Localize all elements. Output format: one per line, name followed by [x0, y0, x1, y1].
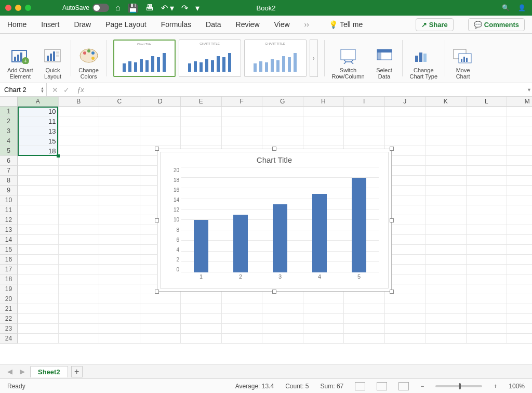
cell[interactable]: [507, 304, 532, 314]
cell[interactable]: [467, 166, 508, 176]
row-header[interactable]: 6: [0, 156, 18, 166]
row-header[interactable]: 20: [0, 294, 18, 304]
cell[interactable]: [99, 255, 140, 265]
tell-me-search[interactable]: 💡 Tell me: [329, 20, 363, 29]
cell[interactable]: [507, 176, 532, 186]
cell[interactable]: [507, 146, 532, 156]
cell[interactable]: [507, 314, 532, 324]
cell[interactable]: [344, 294, 385, 304]
cell[interactable]: [99, 304, 140, 314]
cell[interactable]: [140, 314, 181, 324]
cell[interactable]: [425, 166, 467, 176]
account-icon[interactable]: 👤: [518, 4, 526, 11]
column-header[interactable]: K: [425, 97, 467, 107]
cell[interactable]: [59, 265, 100, 274]
cell[interactable]: [467, 334, 508, 344]
cell[interactable]: [262, 304, 303, 314]
cell[interactable]: [344, 107, 385, 116]
cell[interactable]: [59, 215, 100, 225]
cell[interactable]: [467, 324, 508, 334]
row-header[interactable]: 11: [0, 205, 18, 215]
cell[interactable]: [344, 304, 385, 314]
cell[interactable]: [181, 126, 222, 136]
cell[interactable]: [385, 107, 426, 116]
cell[interactable]: [59, 284, 100, 294]
row-header[interactable]: 23: [0, 324, 18, 334]
cell[interactable]: [18, 176, 59, 186]
view-page-break-button[interactable]: [398, 382, 409, 390]
cell[interactable]: [425, 156, 467, 166]
formula-input[interactable]: [89, 83, 526, 96]
cell[interactable]: [59, 146, 100, 156]
cell[interactable]: [385, 136, 426, 146]
cell[interactable]: [344, 116, 385, 126]
chart-bar[interactable]: [273, 204, 287, 272]
row-header[interactable]: 16: [0, 255, 18, 265]
sheet-nav-prev[interactable]: ◀: [5, 368, 15, 375]
cell[interactable]: [59, 126, 100, 136]
cell[interactable]: [385, 294, 426, 304]
cell[interactable]: [99, 215, 140, 225]
cell[interactable]: [507, 116, 532, 126]
cell[interactable]: [467, 245, 508, 255]
cell[interactable]: [99, 235, 140, 245]
cell[interactable]: [222, 126, 263, 136]
cell[interactable]: [303, 334, 344, 344]
formula-expand-icon[interactable]: ▼: [526, 87, 532, 93]
cell[interactable]: [467, 195, 508, 205]
cell[interactable]: [222, 136, 263, 146]
row-header[interactable]: 21: [0, 304, 18, 314]
cell[interactable]: [140, 334, 181, 344]
tab-draw[interactable]: Draw: [74, 20, 91, 29]
column-header[interactable]: B: [59, 97, 100, 107]
cell[interactable]: [59, 255, 100, 265]
redo-icon[interactable]: ↷: [181, 3, 188, 13]
name-box[interactable]: Chart 2 ▲▼: [0, 83, 47, 96]
cell[interactable]: [99, 294, 140, 304]
cell[interactable]: [425, 176, 467, 186]
cell[interactable]: [344, 314, 385, 324]
cell[interactable]: [59, 274, 100, 284]
cell[interactable]: [262, 314, 303, 324]
cell[interactable]: [507, 294, 532, 304]
row-header[interactable]: 10: [0, 195, 18, 205]
cell[interactable]: [467, 116, 508, 126]
zoom-value[interactable]: 100%: [509, 383, 525, 390]
cell[interactable]: [344, 126, 385, 136]
add-chart-element-button[interactable]: + Add Chart Element: [4, 36, 36, 81]
row-header[interactable]: 22: [0, 314, 18, 324]
cell[interactable]: [425, 304, 467, 314]
selection-handle[interactable]: [57, 154, 60, 158]
cell[interactable]: [222, 314, 263, 324]
cell[interactable]: [99, 126, 140, 136]
cell[interactable]: [467, 146, 508, 156]
cell[interactable]: [507, 205, 532, 215]
tabs-overflow-icon[interactable]: ››: [304, 20, 309, 29]
column-header[interactable]: A: [18, 97, 59, 107]
cell[interactable]: 15: [18, 136, 59, 146]
chart-bar[interactable]: [233, 215, 248, 272]
cell[interactable]: [140, 294, 181, 304]
cell[interactable]: [262, 136, 303, 146]
row-header[interactable]: 14: [0, 235, 18, 245]
cell[interactable]: [18, 156, 59, 166]
chart-style-2[interactable]: CHART TITLE: [179, 40, 241, 77]
cell[interactable]: [344, 324, 385, 334]
cell[interactable]: [140, 324, 181, 334]
cell[interactable]: [181, 334, 222, 344]
cell[interactable]: [467, 107, 508, 116]
cell[interactable]: [425, 136, 467, 146]
cell[interactable]: [181, 314, 222, 324]
cell[interactable]: [99, 314, 140, 324]
cell[interactable]: [467, 284, 508, 294]
row-header[interactable]: 15: [0, 245, 18, 255]
cell[interactable]: [507, 166, 532, 176]
sheet-tab-active[interactable]: Sheet2: [30, 366, 68, 377]
cell[interactable]: [425, 265, 467, 274]
cell[interactable]: [303, 314, 344, 324]
cell[interactable]: 10: [18, 107, 59, 116]
cell[interactable]: 13: [18, 126, 59, 136]
cell[interactable]: [425, 294, 467, 304]
cell[interactable]: [507, 156, 532, 166]
cell[interactable]: [467, 235, 508, 245]
